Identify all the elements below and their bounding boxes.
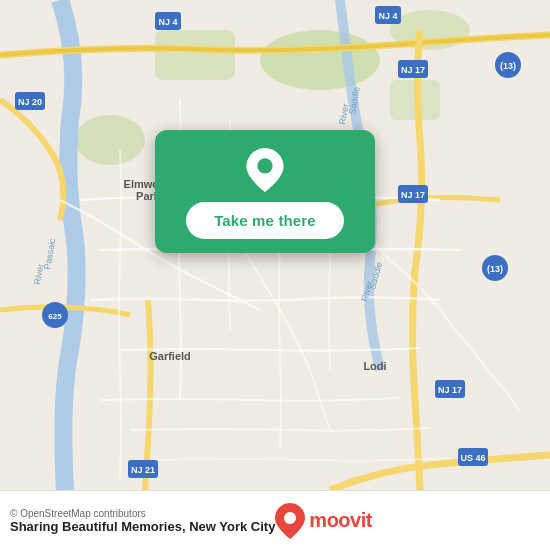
svg-text:NJ 4: NJ 4: [378, 11, 397, 21]
moovit-logo: moovit: [275, 503, 372, 539]
take-me-there-button[interactable]: Take me there: [186, 202, 344, 239]
svg-text:NJ 17: NJ 17: [438, 385, 462, 395]
svg-text:625: 625: [48, 312, 62, 321]
svg-text:(13): (13): [487, 264, 503, 274]
svg-text:Garfield: Garfield: [149, 350, 191, 362]
bottom-info: © OpenStreetMap contributors Sharing Bea…: [10, 508, 275, 534]
svg-text:NJ 21: NJ 21: [131, 465, 155, 475]
svg-text:NJ 4: NJ 4: [158, 17, 177, 27]
svg-point-2: [75, 115, 145, 165]
svg-text:NJ 17: NJ 17: [401, 65, 425, 75]
svg-text:NJ 17: NJ 17: [401, 190, 425, 200]
moovit-text: moovit: [309, 509, 372, 532]
location-name: Sharing Beautiful Memories, New York Cit…: [10, 519, 275, 534]
svg-text:US 46: US 46: [460, 453, 485, 463]
svg-point-1: [260, 30, 380, 90]
location-pin-icon: [243, 148, 287, 192]
bottom-bar: © OpenStreetMap contributors Sharing Bea…: [0, 490, 550, 550]
popup-card: Take me there: [155, 130, 375, 253]
moovit-pin-icon: [275, 503, 305, 539]
map-container: NJ 4 NJ 4 NJ 20 NJ 17 NJ 17 NJ 17 (13) (…: [0, 0, 550, 490]
svg-rect-3: [155, 30, 235, 80]
svg-point-39: [284, 512, 296, 524]
svg-point-38: [257, 158, 272, 173]
svg-text:Lodi: Lodi: [363, 360, 386, 372]
svg-text:(13): (13): [500, 61, 516, 71]
svg-text:NJ 20: NJ 20: [18, 97, 42, 107]
osm-credit: © OpenStreetMap contributors: [10, 508, 275, 519]
